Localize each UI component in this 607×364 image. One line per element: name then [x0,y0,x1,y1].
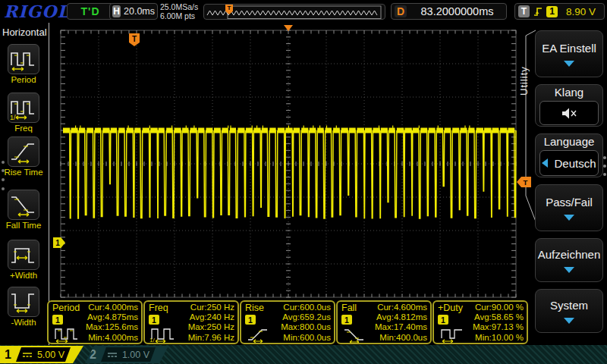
trigger-label: T [518,5,530,17]
trigger-level-value: 8.90 V [561,6,601,17]
delay-value: 83.2000000ms [411,5,503,17]
trigger-status-badge: T'D [67,3,114,20]
period-icon [53,326,90,343]
left-panel-divider [49,23,49,345]
softkey-ea-einstell[interactable]: EA Einstell [535,30,603,77]
trigger-source-chip: 1 [546,6,558,17]
softkey-klang[interactable]: Klang [535,84,603,127]
utility-menu: EA Einstell Klang Language Deutsch Pass/… [535,30,603,333]
measurement-period: Period 1 Cur:4.000msAvg:4.875msMax:125.6… [47,300,143,344]
stat-min: Min:400.0us [375,333,427,343]
memory-waveform-preview: T [203,4,385,20]
trigger-position-marker[interactable]: T [129,33,140,46]
chevron-down-icon [564,215,574,221]
softkey-system[interactable]: System [535,289,603,333]
memory-depth: 6.00M pts [160,11,198,20]
plus-width-icon [8,240,39,270]
dc-coupling-icon [22,351,33,359]
utility-menu-tab: Utility [518,36,530,96]
channel-1-status[interactable]: 1 5.00 V [0,346,83,363]
left-menu-item-period[interactable]: Period [0,44,47,84]
left-menu-item-width[interactable]: -Width [0,287,47,327]
measurement-name: Freq [149,303,168,313]
oscilloscope-screen: RIGOL T'D H 20.0ms 25.0MSa/s 6.00M pts T… [0,0,607,364]
measurement-rise: Rise 1 Cur:600.0usAvg:659.2usMax:800.0us… [240,300,335,344]
rise-time-icon [8,136,39,167]
stat-min: Min:7.96 Hz [188,333,234,343]
left-menu-item-width[interactable]: +Width [0,240,47,280]
horizontal-timebase-box: H 20.0ms [109,3,158,20]
scroll-indicator-dot [2,187,5,190]
trigger-info-box: T 1 8.90 V [514,3,605,20]
stat-cur: Cur:600.0us [281,303,331,312]
stat-cur: Cur:4.600ms [375,303,427,312]
rising-edge-icon [533,5,543,17]
scroll-indicator-dot [2,161,5,164]
dc-coupling-icon [107,351,118,359]
stat-min: Min:10.00 % [473,333,524,343]
stat-max: Max:17.40ms [375,322,427,332]
fall-icon [342,326,379,343]
scroll-indicator-dot [2,169,5,172]
page-indicator-dot [603,173,606,176]
duty-icon [439,326,475,343]
svg-text:1/: 1/ [10,114,16,121]
sample-rate: 25.0MSa/s [160,2,198,11]
channel1-ground-marker[interactable]: 1 [53,237,65,248]
chevron-down-icon [564,61,574,67]
measurement-freq: Freq 1 1/ Cur:250 HzAvg:240 HzMax:250 Hz… [143,300,239,344]
chevron-down-icon [564,267,574,273]
stat-cur: Cur:250 Hz [188,303,234,312]
stat-max: Max:800.0us [281,322,331,332]
left-menu-item-rise-time[interactable]: Rise Time [0,136,47,177]
measurement-channel-chip: 1 [341,315,352,325]
stat-max: Max:97.13 % [473,322,524,332]
stat-max: Max:125.6ms [86,322,138,332]
svg-text:1/: 1/ [149,337,155,343]
measurement-name: Rise [245,303,264,313]
stat-avg: Avg:240 Hz [188,312,234,322]
stat-min: Min:600.0us [281,333,331,343]
stat-max: Max:250 Hz [188,322,234,332]
trigger-level-marker[interactable]: T [517,177,531,187]
memory-center-indicator [284,25,293,31]
stat-avg: Avg:659.2us [281,312,331,322]
scroll-indicator-dot [2,178,5,181]
trigger-delay-box: D 83.2000000ms [391,3,507,20]
left-menu-title: Horizontal [2,27,47,38]
chevron-left-icon [542,158,548,168]
delay-label: D [395,5,407,17]
left-menu-item-freq[interactable]: 1/ Freq [0,93,47,133]
softkey-language[interactable]: Language Deutsch [535,133,603,177]
softkey-aufzeichnen[interactable]: Aufzeichnen [535,238,603,282]
chevron-down-icon [564,318,574,324]
minus-width-icon [8,287,39,317]
left-menu-item-fall-time[interactable]: Fall Time [0,190,47,230]
measurement-fall: Fall 1 Cur:4.600msAvg:4.812msMax:17.40ms… [336,300,432,344]
acquisition-info: 25.0MSa/s 6.00M pts [160,2,198,20]
measurement-name: +Duty [438,303,463,313]
measurement-bar: Period 1 Cur:4.000msAvg:4.875msMax:125.6… [47,300,528,344]
status-bar: RIGOL T'D H 20.0ms 25.0MSa/s 6.00M pts T… [0,0,607,23]
stat-avg: Avg:4.875ms [86,312,138,322]
measurement-channel-chip: 1 [52,315,63,325]
period-icon [8,44,39,74]
measurement-channel-chip: 1 [149,315,159,325]
measurement-duty: +Duty 1 Cur:90.00 %Avg:58.65 %Max:97.13 … [432,300,528,344]
horizontal-measure-menu: Horizontal Period 1/ Freq Rise Time Fall… [0,23,47,345]
speaker-muted-icon [539,101,599,125]
measurement-name: Fall [341,303,357,313]
freq-icon: 1/ [8,93,39,123]
softkey-pass-fail[interactable]: Pass/Fail [535,184,603,231]
stat-avg: Avg:4.812ms [375,312,427,322]
language-value: Deutsch [539,150,599,176]
page-indicator-dot [603,165,606,168]
freq-icon: 1/ [149,326,186,343]
page-indicator-dot [603,156,606,159]
rise-icon [246,326,282,343]
channel-status-bar: 1 5.00 V 2 1.00 V [0,345,607,364]
measurement-channel-chip: 1 [245,315,256,325]
rigol-logo: RIGOL [4,2,70,21]
channel-2-status[interactable]: 2 1.00 V [85,346,168,363]
stat-min: Min:4.000ms [86,333,138,343]
